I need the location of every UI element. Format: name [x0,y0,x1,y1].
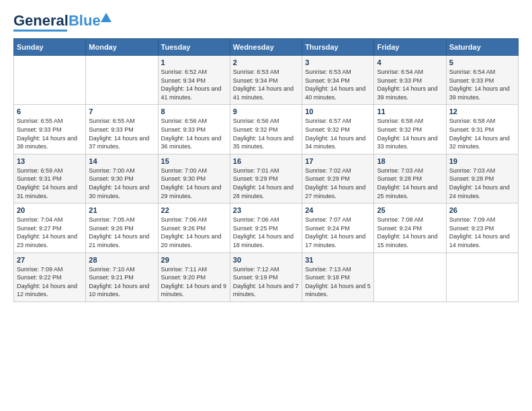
calendar-cell [446,253,518,302]
day-number: 25 [377,206,443,214]
day-info: Sunrise: 6:58 AM Sunset: 9:31 PM Dayligh… [449,117,515,150]
calendar-cell: 31Sunrise: 7:13 AM Sunset: 9:18 PM Dayli… [302,253,374,302]
day-number: 8 [161,107,227,116]
logo-text: GeneralBlue [13,13,101,28]
day-number: 30 [233,256,299,264]
calendar-cell: 3Sunrise: 6:53 AM Sunset: 9:34 PM Daylig… [302,56,374,105]
header-monday: Monday [86,39,158,56]
calendar-cell: 7Sunrise: 6:55 AM Sunset: 9:33 PM Daylig… [86,105,158,154]
calendar-cell: 9Sunrise: 6:56 AM Sunset: 9:32 PM Daylig… [230,105,302,154]
day-number: 13 [17,157,83,165]
calendar-cell: 5Sunrise: 6:54 AM Sunset: 9:33 PM Daylig… [446,56,518,105]
day-number: 29 [161,256,227,264]
logo: GeneralBlue [13,13,113,32]
calendar-cell: 18Sunrise: 7:03 AM Sunset: 9:28 PM Dayli… [374,154,446,203]
calendar-cell: 17Sunrise: 7:02 AM Sunset: 9:29 PM Dayli… [302,154,374,203]
calendar-cell: 23Sunrise: 7:06 AM Sunset: 9:25 PM Dayli… [230,203,302,253]
day-number: 12 [449,107,515,116]
calendar-cell: 10Sunrise: 6:57 AM Sunset: 9:32 PM Dayli… [302,105,374,154]
day-number: 6 [17,107,83,116]
day-info: Sunrise: 6:55 AM Sunset: 9:33 PM Dayligh… [89,117,154,150]
day-info: Sunrise: 7:09 AM Sunset: 9:23 PM Dayligh… [449,216,515,249]
day-info: Sunrise: 6:52 AM Sunset: 9:34 PM Dayligh… [161,68,227,101]
calendar-cell: 19Sunrise: 7:03 AM Sunset: 9:28 PM Dayli… [446,154,518,203]
calendar-cell: 11Sunrise: 6:58 AM Sunset: 9:32 PM Dayli… [374,105,446,154]
calendar-cell: 25Sunrise: 7:08 AM Sunset: 9:24 PM Dayli… [374,203,446,253]
calendar-week-row: 13Sunrise: 6:59 AM Sunset: 9:31 PM Dayli… [14,154,519,203]
day-info: Sunrise: 7:02 AM Sunset: 9:29 PM Dayligh… [305,167,371,200]
calendar-cell [86,56,158,105]
day-info: Sunrise: 7:08 AM Sunset: 9:24 PM Dayligh… [377,216,443,249]
day-info: Sunrise: 6:57 AM Sunset: 9:32 PM Dayligh… [305,117,371,150]
day-number: 4 [377,58,443,66]
calendar-cell: 20Sunrise: 7:04 AM Sunset: 9:27 PM Dayli… [14,203,86,253]
day-number: 22 [161,206,227,214]
calendar-cell: 28Sunrise: 7:10 AM Sunset: 9:21 PM Dayli… [86,253,158,302]
calendar-cell: 4Sunrise: 6:54 AM Sunset: 9:33 PM Daylig… [374,56,446,105]
calendar-cell: 30Sunrise: 7:12 AM Sunset: 9:19 PM Dayli… [230,253,302,302]
day-number: 9 [233,107,299,116]
calendar-cell [374,253,446,302]
day-info: Sunrise: 6:55 AM Sunset: 9:33 PM Dayligh… [17,117,83,150]
day-number: 31 [305,256,371,264]
day-info: Sunrise: 7:07 AM Sunset: 9:24 PM Dayligh… [305,216,371,249]
calendar-week-row: 27Sunrise: 7:09 AM Sunset: 9:22 PM Dayli… [14,253,519,302]
day-number: 20 [17,206,83,214]
day-number: 1 [161,58,227,66]
day-info: Sunrise: 6:54 AM Sunset: 9:33 PM Dayligh… [449,68,515,101]
day-number: 21 [89,206,154,214]
day-info: Sunrise: 7:01 AM Sunset: 9:29 PM Dayligh… [233,167,299,200]
calendar-cell: 14Sunrise: 7:00 AM Sunset: 9:30 PM Dayli… [86,154,158,203]
svg-marker-0 [101,13,112,22]
day-info: Sunrise: 6:58 AM Sunset: 9:32 PM Dayligh… [377,117,443,150]
day-info: Sunrise: 6:56 AM Sunset: 9:33 PM Dayligh… [161,117,227,150]
day-number: 28 [89,256,154,264]
header-sunday: Sunday [14,39,86,56]
calendar-cell: 29Sunrise: 7:11 AM Sunset: 9:20 PM Dayli… [158,253,230,302]
calendar-week-row: 6Sunrise: 6:55 AM Sunset: 9:33 PM Daylig… [14,105,519,154]
calendar-week-row: 1Sunrise: 6:52 AM Sunset: 9:34 PM Daylig… [14,56,519,105]
calendar-cell: 1Sunrise: 6:52 AM Sunset: 9:34 PM Daylig… [158,56,230,105]
calendar-cell: 15Sunrise: 7:00 AM Sunset: 9:30 PM Dayli… [158,154,230,203]
calendar-cell [14,56,86,105]
day-info: Sunrise: 7:03 AM Sunset: 9:28 PM Dayligh… [377,167,443,200]
day-number: 11 [377,107,443,116]
day-info: Sunrise: 7:10 AM Sunset: 9:21 PM Dayligh… [89,265,154,299]
calendar-cell: 27Sunrise: 7:09 AM Sunset: 9:22 PM Dayli… [14,253,86,302]
day-number: 2 [233,58,299,66]
day-number: 18 [377,157,443,165]
day-info: Sunrise: 7:00 AM Sunset: 9:30 PM Dayligh… [161,167,227,200]
day-info: Sunrise: 7:05 AM Sunset: 9:26 PM Dayligh… [89,216,154,249]
logo-underline [13,30,67,32]
day-info: Sunrise: 7:09 AM Sunset: 9:22 PM Dayligh… [17,265,83,299]
calendar-header-row: SundayMondayTuesdayWednesdayThursdayFrid… [14,39,519,56]
day-info: Sunrise: 7:12 AM Sunset: 9:19 PM Dayligh… [233,265,299,299]
header-saturday: Saturday [446,39,518,56]
header-thursday: Thursday [302,39,374,56]
day-number: 27 [17,256,83,264]
day-info: Sunrise: 6:53 AM Sunset: 9:34 PM Dayligh… [305,68,371,101]
calendar-cell: 13Sunrise: 6:59 AM Sunset: 9:31 PM Dayli… [14,154,86,203]
page-header: GeneralBlue [13,13,519,32]
calendar-week-row: 20Sunrise: 7:04 AM Sunset: 9:27 PM Dayli… [14,203,519,253]
day-number: 10 [305,107,371,116]
calendar-table: SundayMondayTuesdayWednesdayThursdayFrid… [13,38,519,302]
calendar-cell: 2Sunrise: 6:53 AM Sunset: 9:34 PM Daylig… [230,56,302,105]
calendar-cell: 24Sunrise: 7:07 AM Sunset: 9:24 PM Dayli… [302,203,374,253]
day-info: Sunrise: 6:59 AM Sunset: 9:31 PM Dayligh… [17,167,83,200]
day-info: Sunrise: 7:04 AM Sunset: 9:27 PM Dayligh… [17,216,83,249]
calendar-cell: 8Sunrise: 6:56 AM Sunset: 9:33 PM Daylig… [158,105,230,154]
calendar-cell: 21Sunrise: 7:05 AM Sunset: 9:26 PM Dayli… [86,203,158,253]
day-info: Sunrise: 7:06 AM Sunset: 9:26 PM Dayligh… [161,216,227,249]
day-info: Sunrise: 6:56 AM Sunset: 9:32 PM Dayligh… [233,117,299,150]
day-number: 24 [305,206,371,214]
day-info: Sunrise: 6:54 AM Sunset: 9:33 PM Dayligh… [377,68,443,101]
calendar-cell: 26Sunrise: 7:09 AM Sunset: 9:23 PM Dayli… [446,203,518,253]
day-number: 17 [305,157,371,165]
header-friday: Friday [374,39,446,56]
day-number: 23 [233,206,299,214]
logo-icon [99,11,113,25]
day-info: Sunrise: 6:53 AM Sunset: 9:34 PM Dayligh… [233,68,299,101]
calendar-cell: 22Sunrise: 7:06 AM Sunset: 9:26 PM Dayli… [158,203,230,253]
header-wednesday: Wednesday [230,39,302,56]
